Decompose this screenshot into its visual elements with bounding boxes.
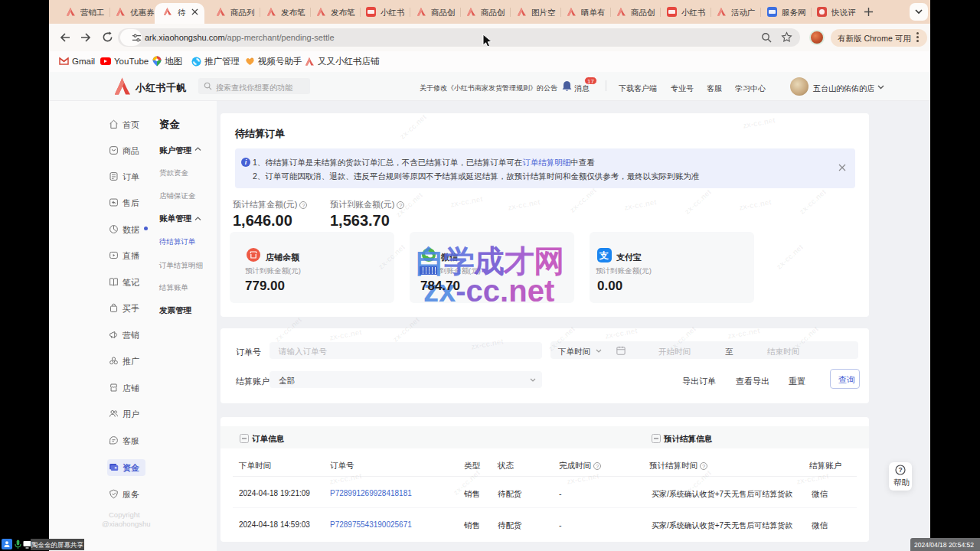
svg-text:?: ? [898, 466, 902, 474]
